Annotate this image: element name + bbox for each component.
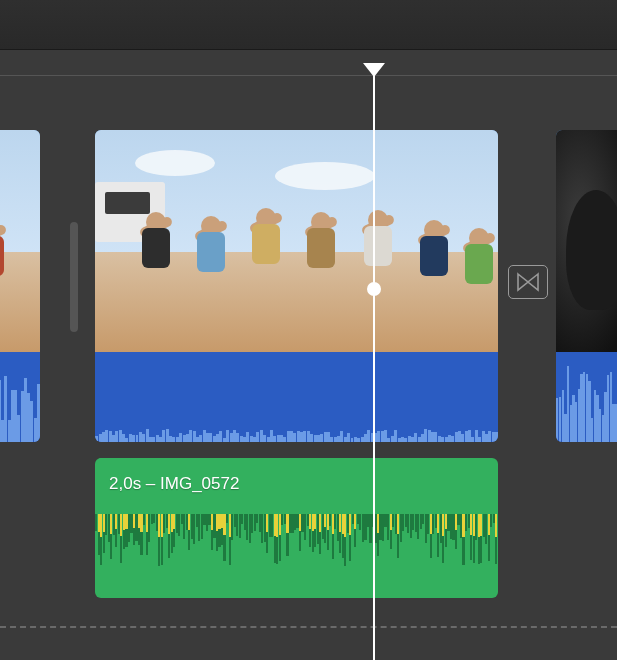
crossfade-icon: [516, 272, 540, 292]
clip-edge-handle[interactable]: [70, 222, 78, 332]
audio-clip[interactable]: 2,0s – IMG_0572: [95, 458, 498, 598]
video-clip-right[interactable]: [556, 130, 617, 442]
playhead[interactable]: [373, 75, 375, 660]
clip-video-band: [556, 352, 617, 442]
clip-thumbnail: [556, 130, 617, 352]
timeline-top-divider: [0, 75, 617, 76]
toolbar-strip: [0, 0, 617, 50]
audio-clip-label: 2,0s – IMG_0572: [109, 474, 239, 494]
video-clip-left[interactable]: [0, 130, 40, 442]
playhead-marker-icon: [363, 63, 385, 77]
audio-expand-notch[interactable]: [99, 458, 109, 462]
playhead-knob-icon[interactable]: [367, 282, 381, 296]
clip-thumbnail: [0, 130, 40, 352]
clip-thumbnail: [95, 130, 498, 352]
timeline-guide-line: [0, 626, 617, 628]
video-clip-center[interactable]: [95, 130, 498, 442]
clip-video-band: [95, 352, 498, 442]
clip-video-band: [0, 352, 40, 442]
transition-icon[interactable]: [508, 265, 548, 299]
